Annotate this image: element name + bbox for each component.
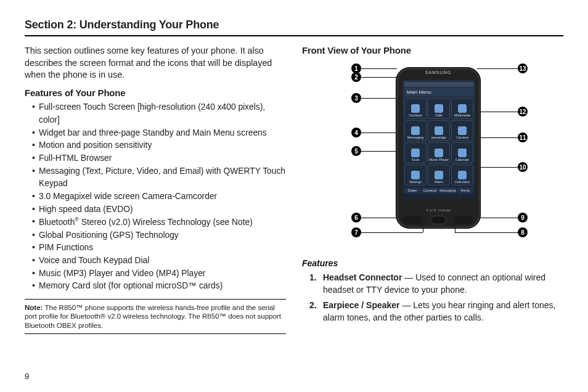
callout-6: 6 xyxy=(351,213,361,223)
callout-10: 10 xyxy=(518,162,528,172)
feature-item: Widget bar and three-page Standby and Ma… xyxy=(32,127,286,140)
note-block: Note: The R850™ phone supports the wirel… xyxy=(25,299,286,334)
left-softkey xyxy=(404,216,422,224)
left-column: This section outlines some key features … xyxy=(25,45,286,334)
right-column: Front View of Your Phone 1 2 3 4 5 xyxy=(302,45,563,334)
callout-9: 9 xyxy=(518,213,528,223)
callout-4: 4 xyxy=(351,128,361,137)
phone-diagram: 1 2 3 4 5 6 7 8 9 10 11 12 13 SAMSUNG Ma… xyxy=(302,59,563,255)
section-title: Section 2: Understanding Your Phone xyxy=(25,18,563,36)
app-icon: Calculator xyxy=(451,165,473,186)
main-menu-title: Main Menu xyxy=(404,88,473,96)
features-sub-label: Features xyxy=(302,258,563,268)
app-icon: Contacts xyxy=(404,98,427,119)
carrier-label: ✳ U.S. Cellular xyxy=(396,208,480,212)
app-icon: Messaging xyxy=(404,120,427,141)
app-icon: Multimedia xyxy=(451,98,473,119)
app-icon: Camera xyxy=(451,120,473,141)
bottom-tab: Contacts xyxy=(422,187,438,194)
bottom-tab: Messaging xyxy=(439,187,456,194)
phone-illustration: SAMSUNG Main Menu ContactsCallsMultimedi… xyxy=(396,67,481,229)
feature-item: Memory Card slot (for optional microSD™ … xyxy=(32,280,286,293)
home-button xyxy=(430,216,446,224)
app-icon: Music Player xyxy=(428,142,450,163)
right-softkey xyxy=(454,216,473,224)
callout-2: 2 xyxy=(351,72,361,82)
callout-7: 7 xyxy=(351,227,361,237)
app-icon: Calendar xyxy=(451,142,473,163)
callout-3: 3 xyxy=(351,93,361,103)
features-heading: Features of Your Phone xyxy=(25,88,286,98)
feature-item: PIM Functions xyxy=(32,242,286,255)
numbered-features: 1.Headset Connector — Used to connect an… xyxy=(302,272,563,324)
callout-5: 5 xyxy=(351,146,361,156)
note-label: Note: xyxy=(25,304,45,311)
feature-item: Messaging (Text, Picture, Video, and Ema… xyxy=(32,165,286,190)
feature-item: 3.0 Megapixel wide screen Camera-Camcord… xyxy=(32,190,286,203)
front-view-heading: Front View of Your Phone xyxy=(302,45,563,55)
feature-item: Global Positioning (GPS) Technology xyxy=(32,229,286,242)
app-icon: Settings xyxy=(404,165,427,186)
feature-item: Full-screen Touch Screen [high-resolutio… xyxy=(32,101,286,126)
app-grid: ContactsCallsMultimediaMessagingeasyedge… xyxy=(404,98,473,186)
feature-item: High speed data (EVDO) xyxy=(32,203,286,216)
feature-item: Motion and position sensitivity xyxy=(32,139,286,152)
bottom-tabs: DialerContactsMessagingHome xyxy=(404,187,473,194)
intro-paragraph: This section outlines some key features … xyxy=(25,45,286,81)
app-icon: Tools xyxy=(404,142,427,163)
note-body: The R850™ phone supports the wireless ha… xyxy=(25,304,281,329)
app-icon: easyedge xyxy=(428,120,450,141)
callout-8: 8 xyxy=(518,227,528,237)
bottom-tab: Home xyxy=(457,187,473,194)
numbered-feature: 1.Headset Connector — Used to connect an… xyxy=(309,272,563,296)
app-icon: Calls xyxy=(428,98,450,119)
phone-brand: SAMSUNG xyxy=(396,68,480,75)
page-number: 9 xyxy=(25,372,29,381)
feature-item: Bluetooth® Stereo (v2.0) Wireless Techno… xyxy=(32,216,286,229)
feature-item: Full-HTML Browser xyxy=(32,152,286,165)
two-column-layout: This section outlines some key features … xyxy=(25,45,563,334)
callout-13: 13 xyxy=(518,63,528,73)
status-bar xyxy=(404,82,473,87)
app-icon: Alarm xyxy=(428,165,450,186)
bottom-tab: Dialer xyxy=(404,187,420,194)
feature-item: Music (MP3) Player and Video (MP4) Playe… xyxy=(32,267,286,280)
feature-item: Voice and Touch Keypad Dial xyxy=(32,255,286,267)
callout-12: 12 xyxy=(518,107,528,116)
numbered-feature: 2.Earpiece / Speaker — Lets you hear rin… xyxy=(309,300,563,324)
phone-screen: Main Menu ContactsCallsMultimediaMessagi… xyxy=(402,80,475,198)
callout-11: 11 xyxy=(518,133,528,142)
features-list: Full-screen Touch Screen [high-resolutio… xyxy=(25,101,286,293)
